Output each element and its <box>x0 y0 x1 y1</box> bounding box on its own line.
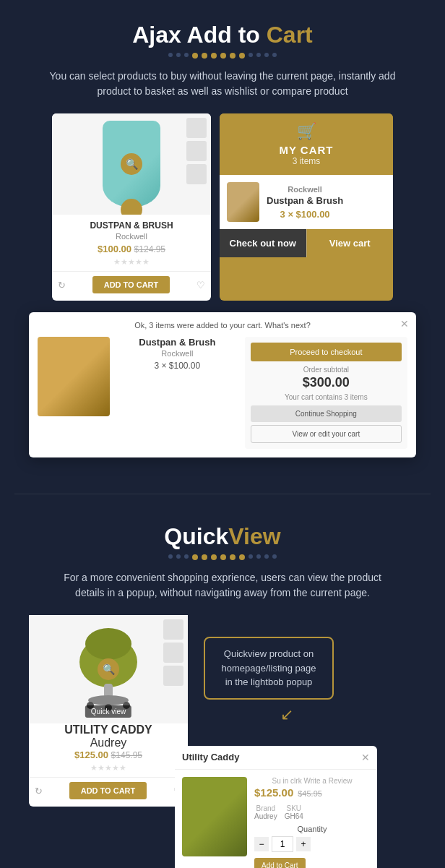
qv-popup-body: Su in clrk Write a Review $125.00 $45.95… <box>175 770 377 869</box>
product-card: SALE -20% 🔍 DUSTPAN & BRUSH Rockwell $10… <box>52 113 211 301</box>
dot <box>256 554 261 559</box>
price-row: $100.00 $124.95 <box>52 244 211 254</box>
qv-popup-original-price: $45.95 <box>298 789 322 798</box>
product-image: 🔍 <box>52 113 211 215</box>
notification-product-image <box>38 337 110 416</box>
ajax-cart-section: Ajax Add to Cart You can select products… <box>0 0 445 486</box>
dot <box>202 554 207 560</box>
quantity-stepper[interactable]: − + <box>254 836 370 852</box>
qv-thumbnail-1 <box>163 619 183 640</box>
cart-popup-header: 🛒 MY CART 3 items <box>220 113 393 175</box>
cart-item-brand: Rockwell <box>267 185 343 194</box>
section1-title-regular: Ajax Add to <box>132 22 266 48</box>
quickview-search-icon[interactable]: 🔍 <box>98 658 119 680</box>
qv-popup-header: Utility Caddy ✕ <box>175 746 377 770</box>
qv-sku-value: GH64 <box>285 812 303 820</box>
dot <box>230 53 236 59</box>
qv-star-rating: ★★★★★ <box>29 763 188 773</box>
checkout-button[interactable]: Check out now <box>220 229 306 257</box>
qty-label: Quantity <box>254 825 370 833</box>
wishlist-icon[interactable]: ♡ <box>196 280 205 291</box>
qv-thumbnail-3 <box>163 666 183 686</box>
continue-shopping-button[interactable]: Continue Shopping <box>251 405 402 422</box>
qv-brand-block: Brand Audrey <box>254 804 277 820</box>
section1-title: Ajax Add to Cart <box>14 22 431 48</box>
qv-popup-info: Su in clrk Write a Review $125.00 $45.95… <box>254 777 370 869</box>
card-footer: ↻ ADD TO CART ♡ <box>52 271 211 293</box>
notification-text: Ok, 3 items were added to your cart. Wha… <box>38 321 407 330</box>
notification-body: Dustpan & Brush Rockwell 3 × $100.00 Pro… <box>38 337 407 449</box>
dot <box>211 53 217 59</box>
dot <box>192 53 198 59</box>
view-edit-cart-button[interactable]: View or edit your cart <box>251 425 402 443</box>
qv-brand-value: Audrey <box>254 812 277 820</box>
qty-decrease-button[interactable]: − <box>254 837 269 851</box>
qv-sku-block: SKU GH64 <box>285 804 303 820</box>
section2-description: For a more convenient shopping exprience… <box>49 570 396 601</box>
proceed-to-checkout-button[interactable]: Proceed to checkout <box>251 343 402 361</box>
qv-refresh-icon[interactable]: ↻ <box>35 786 43 796</box>
refresh-icon[interactable]: ↻ <box>58 280 66 291</box>
dot <box>176 53 181 57</box>
order-label: Order subtotal <box>251 366 402 374</box>
qv-popup-title: Utility Caddy <box>182 752 239 762</box>
cart-item-price: 3 × $100.00 <box>267 209 343 220</box>
qv-product-price: $125.00 <box>74 749 108 760</box>
cart-popup-buttons: Check out now View cart <box>220 229 393 257</box>
dot <box>202 53 207 59</box>
view-cart-button[interactable]: View cart <box>306 229 394 257</box>
cards-row: SALE -20% 🔍 DUSTPAN & BRUSH Rockwell $10… <box>14 113 431 301</box>
dot <box>211 554 217 560</box>
quickview-popup: Utility Caddy ✕ Su in clrk Write a Revie… <box>175 746 377 869</box>
quickview-section: QuickView For a more convenient shopping… <box>0 502 445 868</box>
search-icon[interactable]: 🔍 <box>121 153 142 175</box>
dot <box>168 53 173 57</box>
quickview-label[interactable]: Quick view <box>85 705 131 718</box>
dot <box>264 53 269 57</box>
qv-popup-meta: Brand Audrey SKU GH64 <box>254 804 370 820</box>
arrow-down: ↙ <box>196 705 377 724</box>
cart-item-row: Rockwell Dustpan & Brush 3 × $100.00 <box>220 175 393 229</box>
cart-item-count: Your cart contains 3 items <box>251 393 402 401</box>
dots-row-1 <box>14 53 431 59</box>
dot <box>184 554 189 559</box>
close-button[interactable]: ✕ <box>400 318 409 330</box>
section2-title-regular: Quick <box>164 523 228 549</box>
qv-popup-buttons: Add to Cart Add to Wish List ▸ <box>254 858 370 869</box>
cart-popup: 🛒 MY CART 3 items Rockwell Dustpan & Bru… <box>220 113 393 301</box>
notification-summary: Proceed to checkout Order subtotal $300.… <box>245 337 407 449</box>
qv-thumbnail-column <box>163 619 183 686</box>
qv-popup-add-button[interactable]: Add to Cart <box>254 858 306 869</box>
cart-popup-count: 3 items <box>228 156 384 166</box>
cart-item-info: Rockwell Dustpan & Brush 3 × $100.00 <box>267 185 343 220</box>
dot <box>249 554 253 559</box>
section2-title: QuickView <box>14 523 431 550</box>
quickview-cards-row: SALE -14% 🔍 <box>14 615 431 868</box>
product-brand: Rockwell <box>52 232 211 241</box>
qv-popup-close[interactable]: ✕ <box>361 752 370 763</box>
qv-popup-product-image <box>182 777 247 856</box>
qv-original-price: $145.95 <box>111 750 142 760</box>
cart-notification: ✕ Ok, 3 items were added to your cart. W… <box>29 312 416 457</box>
cart-item-name: Dustpan & Brush <box>267 195 343 206</box>
qty-input[interactable] <box>272 836 293 852</box>
thumbnail-1 <box>186 118 207 138</box>
dot <box>239 53 245 59</box>
dot <box>272 554 277 559</box>
dot <box>272 53 277 57</box>
section1-description: You can select products to buy without l… <box>49 69 396 99</box>
qv-add-to-cart-button[interactable]: ADD TO CART <box>69 782 147 799</box>
cart-icon: 🛒 <box>228 122 384 141</box>
qty-increase-button[interactable]: + <box>296 837 311 851</box>
cart-popup-title: MY CART <box>228 144 384 156</box>
curved-arrow-icon: ↙ <box>280 705 293 723</box>
dot <box>249 53 253 57</box>
star-rating: ★★★★★ <box>52 257 211 267</box>
dot <box>230 554 236 560</box>
quickview-product-card: SALE -14% 🔍 <box>29 615 188 807</box>
product-price: $100.00 <box>98 244 131 254</box>
svg-point-1 <box>85 628 131 660</box>
qv-product-name: UTILITY CADDY <box>29 723 188 736</box>
add-to-cart-button[interactable]: ADD TO CART <box>92 276 170 293</box>
qv-brand-label: Brand <box>254 804 277 812</box>
